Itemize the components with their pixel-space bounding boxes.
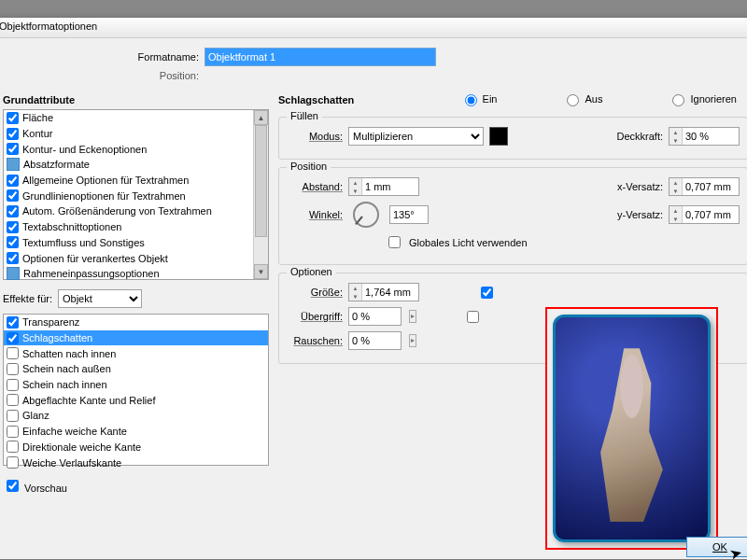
list-item[interactable]: Abgeflachte Kante und Relief [4, 392, 268, 408]
list-item[interactable]: Textabschnittoptionen [4, 219, 268, 235]
effects-for-label: Effekte für: [3, 293, 52, 304]
xoffset-spinner[interactable]: ▲▼ [669, 177, 740, 196]
checkbox-kontur[interactable] [7, 128, 19, 140]
list-item[interactable]: Rahmeneinpassungsoptionen [4, 266, 268, 282]
list-item[interactable]: Direktionale weiche Kante [4, 440, 268, 455]
list-item[interactable]: Weiche Verlaufskante [4, 455, 268, 470]
checkbox-allg-opt[interactable] [7, 175, 19, 187]
size-spinner[interactable]: ▲▼ [348, 283, 419, 301]
basic-attributes-heading: Grundattribute [3, 94, 269, 105]
object-format-options-dialog: Objektformatoptionen Formatname: Positio… [0, 17, 747, 560]
checkbox-direktionale-kante[interactable] [7, 441, 19, 453]
preview-checkbox[interactable] [7, 480, 19, 492]
checkbox-schatten-innen[interactable] [7, 347, 19, 359]
modus-select[interactable]: Multiplizieren [348, 127, 484, 146]
checkbox-flaeche[interactable] [7, 112, 19, 124]
scroll-thumb[interactable] [255, 125, 267, 237]
preview-image-highlight [545, 307, 718, 550]
distance-label: Abstand: [287, 181, 343, 192]
checkbox-kontur-ecken[interactable] [7, 143, 19, 155]
popout-icon[interactable]: ▸ [409, 310, 416, 323]
popout-icon[interactable]: ▸ [409, 334, 416, 347]
opacity-label: Deckkraft: [616, 131, 663, 142]
yoffset-spinner[interactable]: ▲▼ [669, 205, 740, 224]
checkbox-autogroesse[interactable] [7, 205, 19, 217]
radio-aus[interactable] [567, 94, 579, 106]
list-item[interactable]: Allgemeine Optionen für Textrahmen [4, 173, 268, 189]
mixed-checkbox-rahmen[interactable] [7, 267, 20, 280]
list-item[interactable]: Autom. Größenänderung von Textrahmen [4, 203, 268, 219]
list-item[interactable]: Absatzformate [4, 157, 268, 173]
checkbox-grundlinien[interactable] [7, 189, 19, 202]
opt-check-1[interactable] [481, 287, 493, 299]
checkbox-schein-aussen[interactable] [7, 363, 19, 375]
position-label: Position: [3, 70, 199, 81]
list-item[interactable]: Kontur [4, 126, 268, 142]
color-swatch[interactable] [489, 127, 508, 146]
list-item[interactable]: Schein nach außen [4, 361, 268, 377]
noise-spinner[interactable] [348, 331, 402, 350]
checkbox-textumfluss[interactable] [7, 236, 19, 248]
scrollbar[interactable]: ▲▼ [253, 110, 268, 279]
fill-group: Füllen Modus: Multiplizieren Deckkraft: … [278, 117, 747, 160]
angle-dial[interactable] [353, 202, 379, 228]
formatname-label: Formatname: [3, 51, 199, 63]
angle-spinner[interactable] [389, 205, 429, 224]
spread-spinner[interactable] [348, 307, 402, 326]
checkbox-verlaufskante[interactable] [7, 456, 19, 469]
list-item[interactable]: Einfache weiche Kante [4, 424, 268, 440]
xoffset-label: x-Versatz: [617, 181, 663, 192]
list-item[interactable]: Schatten nach innen [4, 345, 268, 361]
list-item[interactable]: Glanz [4, 408, 268, 424]
drop-shadow-heading: Schlagschatten [278, 94, 354, 105]
checkbox-glanz[interactable] [7, 410, 19, 422]
checkbox-schein-innen[interactable] [7, 379, 19, 391]
yoffset-label: y-Versatz: [617, 209, 663, 220]
checkbox-einfache-kante[interactable] [7, 426, 19, 438]
checkbox-schlagschatten[interactable] [7, 332, 19, 344]
basic-attributes-list: Fläche Kontur Kontur- und Eckenoptionen … [3, 109, 269, 280]
checkbox-verankert[interactable] [7, 252, 19, 264]
list-item[interactable]: Fläche [4, 110, 268, 126]
spread-label: Übergriff: [287, 311, 343, 322]
fill-legend: Füllen [287, 110, 322, 121]
global-light-label: Globales Licht verwenden [409, 237, 528, 248]
formatname-input[interactable] [204, 48, 436, 66]
angle-label: Winkel: [287, 209, 343, 220]
list-item[interactable]: Optionen für verankertes Objekt [4, 250, 268, 266]
global-light-checkbox[interactable] [388, 236, 401, 248]
scroll-up-icon[interactable]: ▲ [254, 110, 268, 125]
list-item[interactable]: Kontur- und Eckenoptionen [4, 141, 268, 157]
ok-button[interactable]: OK [686, 537, 747, 557]
radio-ignorieren[interactable] [672, 94, 684, 106]
radio-ein[interactable] [465, 94, 477, 106]
preview-label: Vorschau [24, 483, 67, 494]
effects-list: Transparenz Schlagschatten Schatten nach… [3, 314, 269, 466]
checkbox-transparenz[interactable] [7, 316, 19, 329]
noise-label: Rauschen: [287, 335, 343, 346]
checkbox-abgeflacht[interactable] [7, 394, 19, 406]
list-item[interactable]: Textumfluss und Sonstiges [4, 235, 268, 251]
effects-for-select[interactable]: Objekt [58, 289, 142, 308]
dialog-title: Objektformatoptionen [0, 18, 747, 38]
position-legend: Position [287, 161, 331, 172]
opacity-spinner[interactable]: ▲▼ [669, 127, 740, 146]
mixed-checkbox-absatz[interactable] [7, 158, 20, 171]
options-legend: Optionen [287, 266, 336, 277]
preview-thumbnail [553, 315, 711, 542]
distance-spinner[interactable]: ▲▼ [348, 177, 419, 196]
list-item[interactable]: Transparenz [4, 315, 268, 330]
scroll-down-icon[interactable]: ▼ [254, 264, 268, 279]
modus-label: Modus: [287, 131, 343, 142]
size-label: Größe: [287, 287, 343, 298]
list-item[interactable]: Schein nach innen [4, 377, 268, 393]
list-item[interactable]: Grundlinienoptionen für Textrahmen [4, 188, 268, 203]
checkbox-textabschnitt[interactable] [7, 221, 19, 233]
position-group: Position Abstand: ▲▼ x-Versatz: ▲▼ Winke… [278, 167, 747, 265]
list-item-selected[interactable]: Schlagschatten [4, 330, 268, 346]
opt-check-2[interactable] [467, 311, 479, 323]
